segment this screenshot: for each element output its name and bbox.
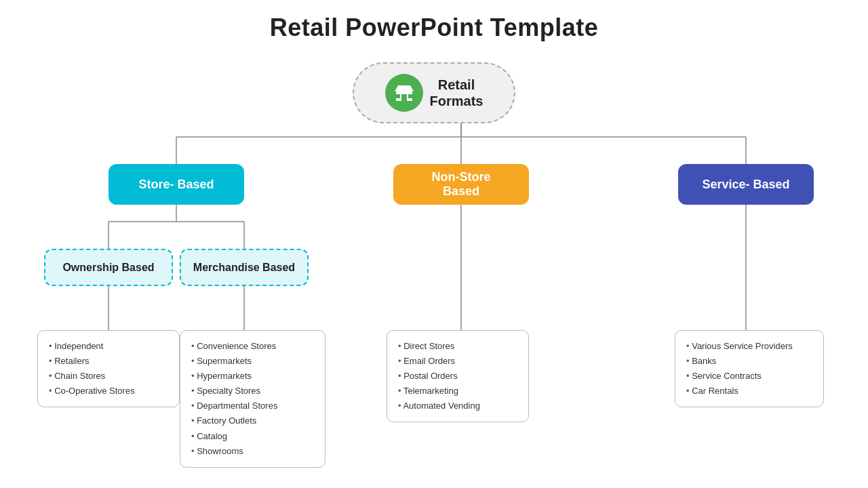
nonstore-list: Direct Stores Email Orders Postal Orders… xyxy=(398,339,517,413)
list-item: Convenience Stores xyxy=(191,339,314,354)
service-detail-box: Various Service Providers Banks Service … xyxy=(675,330,824,407)
service-based-label: Service- Based xyxy=(702,178,789,192)
service-based-node: Service- Based xyxy=(678,164,814,205)
store-svg xyxy=(393,82,415,104)
list-item: Retailers xyxy=(49,354,168,369)
merchandise-based-node: Merchandise Based xyxy=(180,249,309,286)
nonstore-detail-box: Direct Stores Email Orders Postal Orders… xyxy=(387,330,529,422)
list-item: Postal Orders xyxy=(398,369,517,384)
list-item: Automated Vending xyxy=(398,399,517,413)
ownership-list: Independent Retailers Chain Stores Co-Op… xyxy=(49,339,168,399)
merchandise-based-label: Merchandise Based xyxy=(193,262,295,274)
merchandise-detail-box: Convenience Stores Supermarkets Hypermar… xyxy=(180,330,326,468)
root-label: RetailFormats xyxy=(430,77,484,109)
list-item: Email Orders xyxy=(398,354,517,369)
ownership-detail-box: Independent Retailers Chain Stores Co-Op… xyxy=(37,330,180,407)
store-icon xyxy=(385,74,423,112)
tree-diagram: RetailFormats Store- Based Non-StoreBase… xyxy=(27,49,841,455)
list-item: Supermarkets xyxy=(191,354,314,369)
list-item: Various Service Providers xyxy=(686,339,812,354)
store-based-label: Store- Based xyxy=(138,178,214,192)
list-item: Factory Outlets xyxy=(191,413,314,428)
service-list: Various Service Providers Banks Service … xyxy=(686,339,812,399)
list-item: Hypermarkets xyxy=(191,369,314,384)
svg-rect-17 xyxy=(396,94,400,98)
list-item: Direct Stores xyxy=(398,339,517,354)
ownership-based-node: Ownership Based xyxy=(44,249,173,286)
svg-rect-16 xyxy=(401,94,407,101)
merchandise-list: Convenience Stores Supermarkets Hypermar… xyxy=(191,339,314,459)
ownership-based-label: Ownership Based xyxy=(62,262,154,274)
nonstore-based-node: Non-StoreBased xyxy=(393,164,529,205)
list-item: Co-Operative Stores xyxy=(49,384,168,399)
store-based-node: Store- Based xyxy=(108,164,244,205)
svg-rect-18 xyxy=(408,94,412,98)
list-item: Independent xyxy=(49,339,168,354)
root-node: RetailFormats xyxy=(353,62,515,123)
list-item: Car Rentals xyxy=(686,384,812,399)
list-item: Banks xyxy=(686,354,812,369)
list-item: Telemarketing xyxy=(398,384,517,399)
page-title: Retail PowerPoint Template xyxy=(27,14,841,42)
list-item: Departmental Stores xyxy=(191,399,314,413)
list-item: Catalog xyxy=(191,429,314,444)
list-item: Service Contracts xyxy=(686,369,812,384)
list-item: Showrooms xyxy=(191,444,314,459)
slide: Retail PowerPoint Template xyxy=(0,0,868,488)
list-item: Chain Stores xyxy=(49,369,168,384)
nonstore-based-label: Non-StoreBased xyxy=(432,170,491,199)
list-item: Specialty Stores xyxy=(191,384,314,399)
